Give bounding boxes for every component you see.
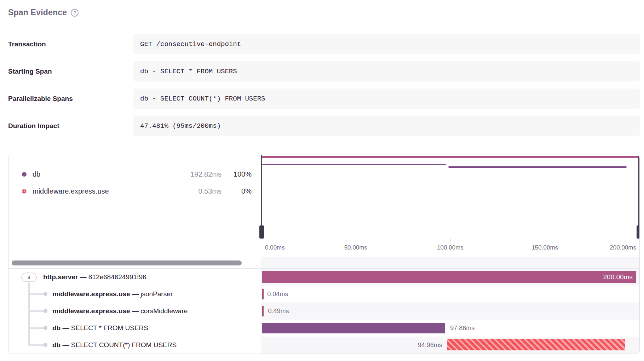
waterfall-row-corsmiddleware: 0.49ms — [261, 303, 639, 320]
field-label: Parallelizable Spans — [8, 95, 133, 103]
transaction-value: GET /consecutive-endpoint — [133, 34, 640, 54]
starting-span-value: db - SELECT * FROM USERS — [133, 61, 640, 81]
duration-impact-value: 47.481% (95ms/200ms) — [133, 116, 640, 136]
legend-duration: 0.53ms — [176, 187, 222, 195]
span-bar-db-select[interactable] — [262, 323, 445, 333]
legend-percent: 100% — [222, 170, 252, 178]
minimap-span-db-count — [448, 166, 627, 168]
span-name: middleware.express.use — jsonParser — [52, 290, 173, 298]
span-row-db-count: db — SELECT COUNT(*) FROM USERS — [8, 337, 261, 354]
legend-op: db — [33, 170, 176, 178]
horizontal-scrollbar[interactable] — [12, 260, 242, 265]
span-duration-label: 0.49ms — [268, 303, 289, 320]
span-bar-jsonparser[interactable] — [262, 289, 264, 299]
op-legend: db 192.82ms 100% middleware.express.use … — [8, 166, 261, 200]
field-label: Transaction — [8, 40, 133, 48]
bar-track: 0.49ms — [262, 303, 636, 320]
span-name: db — SELECT * FROM USERS — [52, 324, 148, 332]
field-label: Duration Impact — [8, 122, 133, 130]
dash-separator: — — [63, 341, 69, 349]
legend-duration: 192.82ms — [176, 170, 222, 178]
span-duration-label: 0.04ms — [267, 286, 288, 303]
span-row-db-select: db — SELECT * FROM USERS — [8, 320, 261, 337]
span-duration-label: 94.96ms — [418, 337, 442, 354]
minimap-right-grip[interactable] — [637, 225, 640, 239]
span-name: middleware.express.use — corsMiddleware — [52, 307, 188, 315]
dash-separator: — — [80, 273, 86, 281]
span-name: db — SELECT COUNT(*) FROM USERS — [52, 341, 177, 349]
axis-tick-label: 200.00ms — [610, 244, 636, 251]
legend-item-db: db 192.82ms 100% — [8, 166, 261, 183]
axis-tick-label: 50.00ms — [344, 244, 367, 251]
minimap-left-handle[interactable] — [261, 155, 262, 239]
span-duration-label: 200.00ms — [603, 269, 633, 286]
scrollbar-row-right-fill — [261, 257, 639, 268]
db-legend-dot-icon — [22, 172, 27, 177]
span-bar-corsmiddleware[interactable] — [262, 306, 264, 316]
span-name: http.server — 812e684624991f96 — [43, 273, 146, 281]
tick-mark — [545, 239, 545, 242]
help-icon[interactable]: ? — [71, 9, 79, 17]
span-description: SELECT * FROM USERS — [71, 324, 148, 332]
bar-track: 0.04ms — [262, 286, 636, 303]
span-waterfall: 200.00ms 0.04ms 0.49ms 97.86ms — [261, 269, 639, 354]
waterfall-row-jsonparser: 0.04ms — [261, 286, 639, 303]
span-bar-http-server[interactable] — [262, 271, 636, 283]
axis-tick-label: 100.00ms — [437, 244, 464, 251]
minimap-right-handle[interactable] — [638, 155, 639, 239]
section-header: Span Evidence ? — [8, 8, 79, 17]
span-evidence-page: Span Evidence ? Transaction GET /consecu… — [0, 0, 644, 361]
minimap-track — [262, 155, 638, 239]
span-description: corsMiddleware — [140, 307, 188, 315]
span-waterfall-card: db 192.82ms 100% middleware.express.use … — [8, 155, 640, 354]
dash-separator: — — [132, 290, 139, 298]
span-row-jsonparser: middleware.express.use — jsonParser — [8, 286, 261, 303]
waterfall-row-http-server: 200.00ms — [261, 269, 639, 286]
span-bar-db-count-affected[interactable] — [447, 339, 625, 350]
span-duration-label: 97.86ms — [450, 320, 475, 337]
minimap-left-grip[interactable] — [259, 225, 264, 239]
legend-percent: 0% — [222, 187, 252, 195]
waterfall-row-db-select: 97.86ms — [261, 320, 639, 337]
parallelizable-spans-value: db - SELECT COUNT(*) FROM USERS — [133, 88, 640, 109]
span-row-http-server: 4 http.server — 812e684624991f96 — [8, 269, 261, 286]
tick-mark — [356, 239, 356, 242]
field-row-starting-span: Starting Span db - SELECT * FROM USERS — [8, 61, 640, 81]
field-row-parallelizable-spans: Parallelizable Spans db - SELECT COUNT(*… — [8, 88, 640, 109]
child-count-badge[interactable]: 4 — [21, 273, 37, 282]
waterfall-row-db-count: 94.96ms — [261, 337, 639, 354]
legend-item-middleware: middleware.express.use 0.53ms 0% — [8, 183, 261, 200]
axis-tick-label: 150.00ms — [531, 244, 558, 251]
middleware-legend-dot-icon — [22, 189, 27, 194]
bar-track: 97.86ms — [262, 320, 636, 337]
field-label: Starting Span — [8, 68, 133, 75]
legend-op: middleware.express.use — [33, 187, 176, 195]
field-row-transaction: Transaction GET /consecutive-endpoint — [8, 34, 640, 54]
minimap-span-db-select — [262, 164, 446, 165]
span-row-corsmiddleware: middleware.express.use — corsMiddleware — [8, 303, 261, 320]
dash-separator: — — [63, 324, 69, 332]
tick-mark — [450, 239, 451, 242]
scrollbar-row — [8, 257, 639, 268]
bar-track: 200.00ms — [262, 269, 636, 286]
span-description: SELECT COUNT(*) FROM USERS — [71, 341, 177, 349]
span-tree: 4 http.server — 812e684624991f96 middlew… — [8, 269, 261, 354]
span-description: jsonParser — [140, 290, 173, 298]
span-description: 812e684624991f96 — [88, 273, 146, 281]
axis-tick-label: 0.00ms — [265, 244, 285, 251]
page-title: Span Evidence — [8, 8, 67, 17]
time-axis: 0.00ms 50.00ms 100.00ms 150.00ms 200.00m… — [261, 239, 639, 257]
field-row-duration-impact: Duration Impact 47.481% (95ms/200ms) — [8, 116, 640, 136]
bar-track: 94.96ms — [262, 337, 636, 354]
dash-separator: — — [132, 307, 139, 315]
minimap-span-http-server — [262, 156, 638, 158]
evidence-fields: Transaction GET /consecutive-endpoint St… — [8, 34, 640, 143]
trace-minimap[interactable] — [261, 155, 639, 239]
